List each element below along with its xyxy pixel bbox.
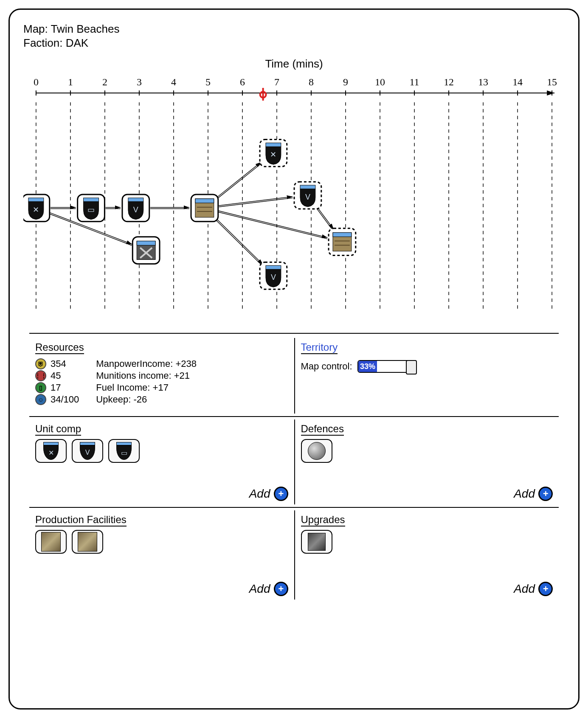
- unit-comp-add-button[interactable]: Add +: [249, 487, 288, 501]
- build-node[interactable]: V: [260, 262, 287, 289]
- svg-text:3: 3: [137, 76, 142, 87]
- row-divider: [29, 507, 559, 508]
- plus-icon: +: [274, 487, 288, 501]
- upgrade-card[interactable]: [301, 530, 332, 554]
- timeline-area: Time (mins) 0123456789101112131415 ✕▭V✕V…: [23, 57, 565, 327]
- fuel-icon: ▯: [35, 382, 46, 393]
- svg-line-57: [216, 163, 262, 200]
- slider-handle-icon[interactable]: [406, 360, 417, 374]
- svg-text:4: 4: [171, 76, 176, 87]
- facilities-panel: Production Facilities Add +: [29, 510, 294, 600]
- build-node[interactable]: [132, 237, 160, 264]
- resources-panel: Resources ⛨ 354 ⋮⋮ 45 ▯ 17: [29, 338, 294, 414]
- svg-text:V: V: [271, 273, 276, 282]
- build-node[interactable]: V: [122, 194, 149, 222]
- defences-panel: Defences Add +: [294, 420, 559, 504]
- faction-value: DAK: [66, 37, 88, 49]
- upkeep-label: Upkeep:: [96, 394, 131, 405]
- facilities-title: Production Facilities: [35, 514, 127, 527]
- map-control-label: Map control:: [301, 361, 352, 372]
- unit-card[interactable]: ✕: [35, 439, 67, 463]
- fuel-value: 17: [51, 382, 61, 393]
- unit-card[interactable]: ▭: [108, 439, 140, 463]
- defence-card[interactable]: [301, 439, 332, 463]
- territory-title[interactable]: Territory: [301, 341, 338, 354]
- munitions-row: ⋮⋮ 45: [35, 370, 79, 381]
- build-node[interactable]: ✕: [260, 140, 287, 167]
- app-frame: Map: Twin Beaches Faction: DAK Time (min…: [8, 8, 580, 710]
- fuel-row: ▯ 17: [35, 382, 79, 393]
- map-line: Map: Twin Beaches: [23, 23, 565, 36]
- manpower-icon: ⛨: [35, 358, 46, 369]
- svg-line-61: [214, 219, 262, 265]
- row-divider: [29, 416, 559, 417]
- svg-text:9: 9: [343, 76, 348, 87]
- svg-rect-91: [300, 185, 315, 189]
- svg-text:✕: ✕: [270, 150, 276, 159]
- svg-rect-74: [128, 198, 143, 202]
- facility-card[interactable]: [72, 530, 103, 554]
- munitions-value: 45: [51, 370, 61, 381]
- mu-income-value: +21: [174, 370, 190, 381]
- svg-text:10: 10: [375, 76, 385, 87]
- add-label: Add: [249, 582, 270, 596]
- svg-line-60: [219, 197, 293, 206]
- upgrades-panel: Upgrades Add +: [294, 510, 559, 600]
- manpower-value: 354: [51, 358, 66, 369]
- upgrades-add-button[interactable]: Add +: [514, 582, 553, 596]
- build-node[interactable]: [329, 228, 356, 256]
- svg-text:1: 1: [68, 76, 73, 87]
- build-node[interactable]: V: [294, 182, 321, 209]
- svg-line-62: [215, 218, 263, 265]
- build-node[interactable]: ✕: [23, 194, 50, 222]
- pop-row: ☺ 34/100: [35, 394, 79, 405]
- facilities-add-button[interactable]: Add +: [249, 582, 288, 596]
- svg-rect-94: [266, 265, 281, 269]
- upkeep-value: -26: [133, 394, 147, 405]
- fu-income-label: Fuel Income:: [96, 382, 150, 393]
- add-label: Add: [514, 487, 535, 501]
- facility-card[interactable]: [35, 530, 67, 554]
- add-label: Add: [249, 487, 270, 501]
- svg-rect-68: [28, 198, 44, 202]
- resources-title: Resources: [35, 341, 84, 354]
- svg-text:15: 15: [547, 76, 557, 87]
- build-node[interactable]: ▭: [78, 194, 105, 222]
- resources-territory-row: Resources ⛨ 354 ⋮⋮ 45 ▯ 17: [29, 338, 559, 414]
- mp-income-value: +238: [175, 358, 197, 369]
- svg-text:2: 2: [102, 76, 107, 87]
- munitions-icon: ⋮⋮: [35, 370, 46, 381]
- map-value: Twin Beaches: [51, 23, 120, 35]
- map-control-slider[interactable]: 33%: [357, 360, 417, 373]
- territory-panel: Territory Map control: 33%: [294, 338, 559, 414]
- section-divider: [29, 333, 559, 334]
- plus-icon: +: [538, 487, 553, 501]
- svg-line-65: [316, 207, 333, 230]
- unit-card[interactable]: V: [72, 439, 103, 463]
- svg-text:6: 6: [240, 76, 245, 87]
- defences-add-button[interactable]: Add +: [514, 487, 553, 501]
- svg-rect-88: [266, 143, 281, 147]
- faction-line: Faction: DAK: [23, 37, 565, 50]
- add-label: Add: [514, 582, 535, 596]
- svg-line-58: [215, 162, 261, 199]
- manpower-row: ⛨ 354: [35, 358, 79, 369]
- timeline-axis-title: Time (mins): [23, 57, 565, 70]
- plus-icon: +: [274, 582, 288, 596]
- timeline-svg: 0123456789101112131415 ✕▭V✕VV: [23, 72, 565, 327]
- svg-rect-71: [84, 198, 99, 202]
- svg-text:13: 13: [478, 76, 488, 87]
- defences-title: Defences: [301, 423, 344, 436]
- mu-income-label: Munitions income:: [96, 370, 171, 381]
- svg-text:11: 11: [410, 76, 419, 87]
- svg-text:8: 8: [309, 76, 314, 87]
- svg-text:7: 7: [274, 76, 279, 87]
- build-node[interactable]: [191, 194, 218, 222]
- map-label: Map:: [23, 23, 48, 35]
- timeline-playhead[interactable]: [260, 88, 266, 101]
- svg-text:5: 5: [205, 76, 211, 87]
- plus-icon: +: [538, 582, 553, 596]
- svg-line-66: [317, 206, 334, 229]
- svg-text:V: V: [133, 206, 138, 214]
- svg-text:▭: ▭: [87, 206, 95, 214]
